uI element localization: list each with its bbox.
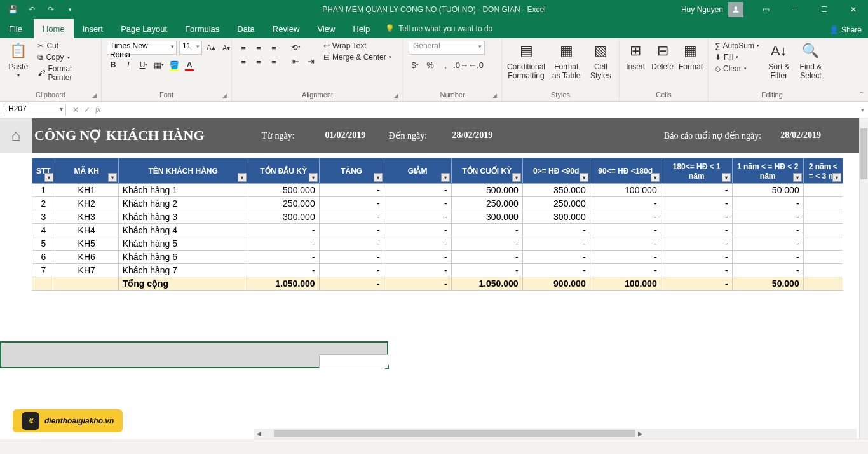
- merge-center-button[interactable]: ⊟Merge & Center▾: [322, 52, 393, 62]
- clear-button[interactable]: ◇Clear▾: [714, 64, 761, 74]
- cell[interactable]: Khách hàng 5: [118, 237, 248, 251]
- name-box[interactable]: H207: [4, 104, 66, 116]
- filter-icon[interactable]: ▾: [512, 173, 521, 182]
- tab-page-layout[interactable]: Page Layout: [112, 19, 176, 38]
- cell[interactable]: [803, 210, 843, 224]
- comma-format-icon[interactable]: ,: [439, 58, 452, 71]
- cell[interactable]: -: [661, 264, 732, 277]
- cell[interactable]: -: [590, 210, 661, 224]
- tab-data[interactable]: Data: [228, 19, 263, 38]
- align-middle-icon[interactable]: ≡: [252, 41, 265, 53]
- cell[interactable]: -: [661, 197, 732, 210]
- filter-icon[interactable]: ▾: [238, 173, 247, 182]
- table-row[interactable]: 3KH3Khách hàng 3300.000--300.000300.000-…: [32, 210, 843, 224]
- cell[interactable]: 500.000: [248, 184, 319, 197]
- orientation-icon[interactable]: ⟲▾: [289, 41, 302, 53]
- column-header[interactable]: MÃ KH▾: [55, 158, 118, 184]
- cell[interactable]: -: [451, 264, 522, 277]
- accounting-format-icon[interactable]: $▾: [409, 58, 421, 71]
- cell[interactable]: [803, 184, 843, 197]
- column-header[interactable]: STT▾: [32, 158, 55, 184]
- cell[interactable]: 300.000: [451, 210, 522, 224]
- align-top-icon[interactable]: ≡: [237, 41, 250, 53]
- table-row[interactable]: 4KH4Khách hàng 4--------: [32, 224, 843, 237]
- filter-icon[interactable]: ▾: [580, 173, 588, 182]
- cell[interactable]: -: [384, 264, 451, 277]
- paste-button[interactable]: 📋 Paste ▾: [5, 41, 31, 78]
- filter-icon[interactable]: ▾: [108, 173, 117, 182]
- cell[interactable]: Khách hàng 1: [118, 184, 248, 197]
- cell[interactable]: -: [319, 224, 384, 237]
- cell[interactable]: KH4: [55, 224, 118, 237]
- column-header[interactable]: 1 năm < = HĐ < 2 năm▾: [732, 158, 803, 184]
- cell[interactable]: -: [248, 237, 319, 251]
- cell[interactable]: -: [661, 184, 732, 197]
- filter-icon[interactable]: ▾: [832, 173, 841, 182]
- cell[interactable]: -: [248, 251, 319, 264]
- borders-button[interactable]: ▦▾: [153, 58, 165, 71]
- cell[interactable]: -: [384, 251, 451, 264]
- table-row[interactable]: 6KH6Khách hàng 6--------: [32, 251, 843, 264]
- active-cell[interactable]: [319, 354, 388, 368]
- accept-formula-icon[interactable]: ✓: [84, 106, 90, 114]
- ribbon-options-icon[interactable]: ▭: [751, 0, 780, 19]
- cell[interactable]: Khách hàng 6: [118, 251, 248, 264]
- cell[interactable]: -: [384, 224, 451, 237]
- cell[interactable]: -: [248, 264, 319, 277]
- redo-icon[interactable]: ↷: [43, 2, 58, 17]
- cell[interactable]: 500.000: [451, 184, 522, 197]
- avatar[interactable]: [728, 2, 743, 17]
- tab-help[interactable]: Help: [344, 19, 379, 38]
- cell[interactable]: KH3: [55, 210, 118, 224]
- increase-decimal-icon[interactable]: .0→: [454, 58, 467, 71]
- cell[interactable]: -: [590, 197, 661, 210]
- cell[interactable]: Khách hàng 4: [118, 224, 248, 237]
- cut-button[interactable]: ✂Cut: [36, 41, 96, 51]
- cell[interactable]: 300.000: [522, 210, 590, 224]
- cell[interactable]: 6: [32, 251, 55, 264]
- font-name-select[interactable]: Times New Roma: [107, 41, 177, 55]
- column-header[interactable]: TÊN KHÁCH HÀNG▾: [118, 158, 248, 184]
- cell[interactable]: 250.000: [248, 197, 319, 210]
- font-dialog-launcher[interactable]: ◢: [222, 92, 230, 100]
- vertical-scrollbar[interactable]: [859, 118, 868, 439]
- fill-button[interactable]: ⬇Fill▾: [714, 52, 761, 62]
- cell[interactable]: -: [522, 251, 590, 264]
- decrease-font-icon[interactable]: A▾: [220, 41, 233, 54]
- percent-format-icon[interactable]: %: [424, 58, 437, 71]
- number-format-select[interactable]: General: [409, 41, 485, 55]
- cell[interactable]: -: [732, 237, 803, 251]
- increase-font-icon[interactable]: A▴: [205, 41, 217, 54]
- column-header[interactable]: 2 năm < = < 3 nă▾: [803, 158, 843, 184]
- tab-formulas[interactable]: Formulas: [176, 19, 228, 38]
- cell[interactable]: -: [384, 197, 451, 210]
- sort-filter-button[interactable]: A↓Sort & Filter: [766, 41, 792, 80]
- cell[interactable]: 2: [32, 197, 55, 210]
- cell[interactable]: Khách hàng 7: [118, 264, 248, 277]
- cell[interactable]: [803, 224, 843, 237]
- formula-input[interactable]: [107, 104, 852, 116]
- filter-icon[interactable]: ▾: [309, 173, 318, 182]
- copy-button[interactable]: ⧉Copy▾: [36, 52, 96, 62]
- cell[interactable]: -: [384, 210, 451, 224]
- cell[interactable]: -: [319, 210, 384, 224]
- cell[interactable]: -: [248, 224, 319, 237]
- user-name[interactable]: Huy Nguyen: [681, 5, 723, 14]
- column-header[interactable]: TĂNG▾: [319, 158, 384, 184]
- qat-customize-icon[interactable]: ▾: [62, 2, 78, 17]
- fx-icon[interactable]: fx: [95, 105, 101, 114]
- format-as-table-button[interactable]: ▦Format as Table: [550, 41, 583, 80]
- align-center-icon[interactable]: ≡: [252, 55, 265, 67]
- filter-icon[interactable]: ▾: [651, 173, 660, 182]
- cell[interactable]: -: [732, 197, 803, 210]
- cell[interactable]: 250.000: [522, 197, 590, 210]
- undo-icon[interactable]: ↶: [24, 2, 39, 17]
- share-button[interactable]: 👤 Share: [829, 23, 862, 37]
- collapse-ribbon-icon[interactable]: ⌃: [858, 90, 864, 99]
- minimize-icon[interactable]: ─: [780, 0, 810, 19]
- cell[interactable]: -: [661, 251, 732, 264]
- cell[interactable]: -: [451, 224, 522, 237]
- tab-view[interactable]: View: [308, 19, 344, 38]
- cell[interactable]: -: [732, 224, 803, 237]
- conditional-formatting-button[interactable]: ▤Conditional Formatting: [507, 41, 545, 80]
